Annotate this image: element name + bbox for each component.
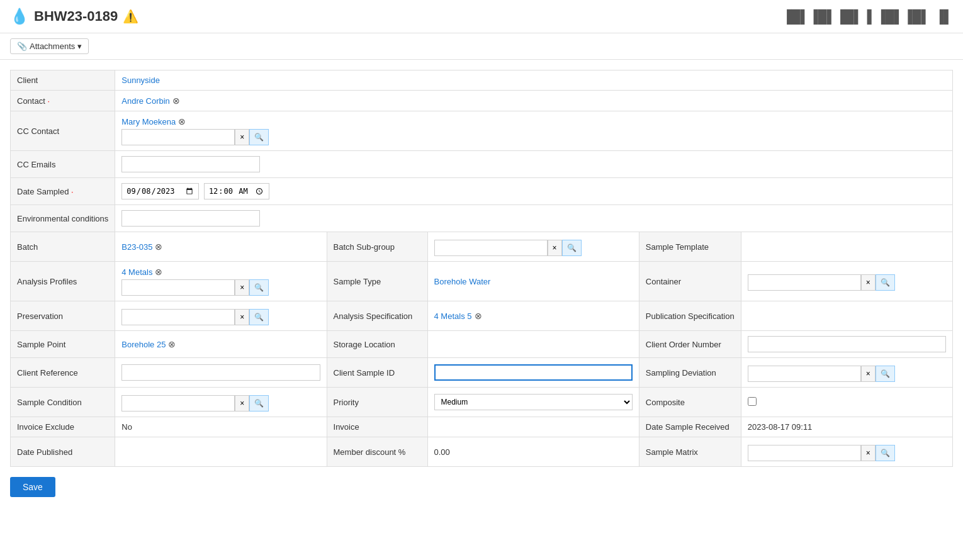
publication-specification-value-cell [741,301,952,331]
client-order-number-label: Client Order Number [639,331,741,358]
water-icon: 💧 [10,8,29,25]
sample-point-value-cell: Borehole 25 ⊗ [115,331,327,358]
remove-sample-point-button[interactable]: ⊗ [168,339,176,349]
sample-condition-search-row: × 🔍 [121,395,320,412]
environmental-conditions-label: Environmental conditions [11,205,115,232]
priority-select[interactable]: Low Medium High [434,394,633,410]
dropdown-arrow-icon: ▾ [77,42,82,51]
preservation-search-button[interactable]: 🔍 [249,309,269,325]
cc-emails-row: CC Emails [11,151,953,178]
environmental-conditions-input[interactable] [121,210,260,227]
client-sample-id-input[interactable] [434,364,633,381]
client-link[interactable]: Sunnyside [121,76,160,85]
client-order-number-input[interactable] [748,336,946,352]
remove-batch-button[interactable]: ⊗ [155,242,162,252]
member-discount-label: Member discount % [327,437,427,467]
container-search-row: × 🔍 [748,274,946,291]
cc-emails-label: CC Emails [11,151,115,178]
client-reference-input[interactable] [121,364,320,381]
attachments-button[interactable]: 📎 Attachments ▾ [10,38,89,54]
cc-contact-tag: Mary Moekena ⊗ [121,116,186,126]
header-actions: ▐█▌▐█▌▐█▌▐ ▐█▌▐█▌ ▐▌ [782,9,953,24]
cc-emails-input[interactable] [121,156,260,172]
sampling-deviation-input[interactable] [748,366,861,382]
remove-analysis-specification-button[interactable]: ⊗ [475,311,482,321]
sample-type-value-cell: Borehole Water [427,262,639,301]
date-sampled-input[interactable] [121,183,199,199]
sample-point-row: Sample Point Borehole 25 ⊗ Storage Locat… [11,331,953,358]
preservation-clear-button[interactable]: × [235,309,249,325]
priority-value-cell: Low Medium High [427,388,639,417]
batch-subgroup-search-button[interactable]: 🔍 [562,240,582,256]
batch-subgroup-input[interactable] [434,240,548,256]
sample-condition-input[interactable] [121,395,235,412]
sample-matrix-search-button[interactable]: 🔍 [876,445,895,461]
sample-condition-search-button[interactable]: 🔍 [249,395,269,412]
analysis-profiles-clear-button[interactable]: × [235,279,249,296]
composite-checkbox[interactable] [748,397,757,406]
member-discount-value: 0.00 [434,447,450,457]
sample-condition-row: Sample Condition × 🔍 Priority Low Medium… [11,388,953,417]
sample-id: BHW23-0189 [34,8,118,25]
contact-value-cell: Andre Corbin ⊗ [115,91,953,111]
sample-type-label: Sample Type [327,262,427,301]
batch-subgroup-clear-button[interactable]: × [548,240,562,256]
sample-template-value-cell [741,232,952,262]
sample-matrix-input[interactable] [748,445,861,461]
invoice-label: Invoice [327,417,427,437]
sample-type-value[interactable]: Borehole Water [434,277,491,286]
analysis-profiles-search-button[interactable]: 🔍 [249,279,269,296]
container-search-button[interactable]: 🔍 [876,274,895,291]
cc-contact-value: Mary Moekena [121,117,176,126]
preservation-input[interactable] [121,309,235,325]
cc-contact-clear-button[interactable]: × [235,129,249,145]
barcode-icon-1[interactable]: ▐█▌▐█▌▐█▌▐ [782,9,872,24]
batch-row: Batch B23-035 ⊗ Batch Sub-group × 🔍 Samp… [11,232,953,262]
contact-tag: Andre Corbin ⊗ [121,96,180,106]
date-sample-received-value: 2023-08-17 09:11 [748,422,813,432]
batch-subgroup-search-row: × 🔍 [434,240,633,256]
analysis-profiles-value: 4 Metals [121,267,152,277]
sample-point-tag: Borehole 25 ⊗ [121,339,176,349]
cc-contact-search-button[interactable]: 🔍 [249,129,269,145]
cc-contact-search-input[interactable] [121,129,235,145]
sample-condition-value-cell: × 🔍 [115,388,327,417]
remove-analysis-profiles-button[interactable]: ⊗ [155,267,162,277]
remove-cc-contact-button[interactable]: ⊗ [178,116,186,126]
time-sampled-input[interactable] [204,183,270,199]
sample-matrix-clear-button[interactable]: × [861,445,876,461]
preservation-row: Preservation × 🔍 Analysis Specification … [11,301,953,331]
attachments-label: Attachments [30,42,75,51]
sample-matrix-search-row: × 🔍 [748,445,946,461]
analysis-specification-tag: 4 Metals 5 ⊗ [434,311,482,321]
container-input[interactable] [748,274,861,291]
barcode-icon-2[interactable]: ▐█▌▐█▌ [877,9,930,24]
sampling-deviation-clear-button[interactable]: × [861,366,876,382]
sample-condition-clear-button[interactable]: × [235,395,249,412]
form-container: Client Sunnyside Contact Andre Corbin ⊗ … [0,60,963,507]
composite-value-cell [741,388,952,417]
container-clear-button[interactable]: × [861,274,876,291]
client-row: Client Sunnyside [11,70,953,91]
date-sampled-value-cell [115,178,953,205]
batch-subgroup-value-cell: × 🔍 [427,232,639,262]
save-button[interactable]: Save [10,477,55,497]
batch-subgroup-label: Batch Sub-group [327,232,427,262]
contact-row: Contact Andre Corbin ⊗ [11,91,953,111]
date-published-label: Date Published [11,437,115,467]
invoice-value-cell [427,417,639,437]
sample-type-tag: Borehole Water [434,277,491,286]
date-published-value-cell [115,437,327,467]
analysis-profiles-input[interactable] [121,279,235,296]
sampling-deviation-label: Sampling Deviation [639,358,741,388]
cc-contact-row: CC Contact Mary Moekena ⊗ × 🔍 [11,111,953,151]
page-header: 💧 BHW23-0189 ⚠️ ▐█▌▐█▌▐█▌▐ ▐█▌▐█▌ ▐▌ [0,0,963,33]
preservation-search-row: × 🔍 [121,309,320,325]
remove-contact-button[interactable]: ⊗ [172,96,180,106]
date-sampled-label: Date Sampled [11,178,115,205]
barcode-icon-3[interactable]: ▐▌ [935,9,953,24]
paperclip-icon: 📎 [17,42,27,51]
analysis-profiles-label: Analysis Profiles [11,262,115,301]
cc-contact-value-cell: Mary Moekena ⊗ × 🔍 [115,111,953,151]
sampling-deviation-search-button[interactable]: 🔍 [876,366,895,382]
